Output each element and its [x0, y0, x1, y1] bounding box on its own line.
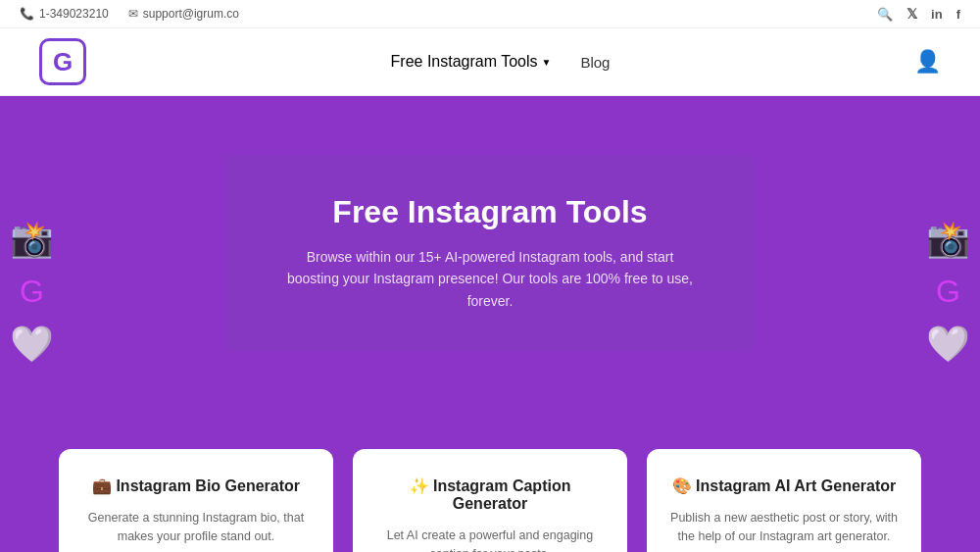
hero-description: Browse within our 15+ AI-powered Instagr…	[284, 246, 696, 312]
chevron-down-icon: ▼	[542, 57, 552, 68]
logo-box: G	[39, 38, 86, 85]
card-title: ✨ Instagram Caption Generator	[374, 477, 606, 513]
instagram-icon-2: G	[10, 274, 54, 310]
tool-card: 💼 Instagram Bio Generator Generate a stu…	[59, 449, 333, 552]
facebook-icon[interactable]: f	[956, 7, 960, 22]
top-bar-contact: 📞 1-349023210 ✉ support@igrum.co	[20, 7, 239, 21]
card-desc-2: Publish a new aesthetic post or story, w…	[668, 509, 900, 552]
card-title: 🎨 Instagram AI Art Generator	[672, 477, 897, 495]
hero-section: 📸 G 🤍 Free Instagram Tools Browse within…	[0, 96, 980, 429]
side-icons-right: 📸 G 🤍	[926, 219, 970, 365]
instagram-icon-right-2: G	[926, 274, 970, 310]
card-desc-1: Let AI create a powerful and engaging ca…	[374, 527, 606, 552]
card-title: 💼 Instagram Bio Generator	[92, 477, 300, 495]
mail-icon: ✉	[128, 7, 138, 21]
card-emoji-1: ✨	[410, 477, 429, 494]
cards-grid: 💼 Instagram Bio Generator Generate a stu…	[59, 449, 921, 552]
tools-nav-item[interactable]: Free Instagram Tools ▼	[391, 53, 552, 71]
search-icon[interactable]: 🔍	[877, 7, 893, 22]
hero-content: Free Instagram Tools Browse within our 1…	[225, 155, 755, 351]
linkedin-icon[interactable]: in	[931, 7, 943, 22]
nav-links: Free Instagram Tools ▼ Blog	[391, 53, 611, 71]
twitter-icon[interactable]: 𝕏	[906, 6, 917, 22]
phone-icon: 📞	[20, 7, 34, 21]
side-icons-left: 📸 G 🤍	[10, 219, 54, 365]
logo-letter: G	[53, 47, 73, 77]
email-address: support@igrum.co	[143, 7, 239, 21]
phone-number: 1-349023210	[39, 7, 109, 21]
hero-title: Free Instagram Tools	[284, 194, 696, 230]
blog-nav-item[interactable]: Blog	[580, 54, 610, 71]
instagram-icon-1: 📸	[10, 219, 54, 260]
tools-label: Free Instagram Tools	[391, 53, 538, 71]
instagram-icon-right-1: 📸	[926, 219, 970, 260]
top-bar-social: 🔍 𝕏 in f	[877, 6, 960, 22]
email-info: ✉ support@igrum.co	[128, 7, 239, 21]
main-nav: G Free Instagram Tools ▼ Blog 👤	[0, 28, 980, 96]
tool-card: ✨ Instagram Caption Generator Let AI cre…	[353, 449, 627, 552]
card-emoji-2: 🎨	[672, 477, 692, 494]
logo[interactable]: G	[39, 38, 86, 85]
user-icon[interactable]: 👤	[914, 49, 941, 75]
card-desc-0: Generate a stunning Instagram bio, that …	[80, 509, 312, 552]
phone-info: 📞 1-349023210	[20, 7, 109, 21]
tools-cards-section: 💼 Instagram Bio Generator Generate a stu…	[0, 429, 980, 552]
top-bar: 📞 1-349023210 ✉ support@igrum.co 🔍 𝕏 in …	[0, 0, 980, 28]
card-emoji-0: 💼	[92, 477, 112, 494]
heart-icon-right: 🤍	[926, 324, 970, 365]
tool-card: 🎨 Instagram AI Art Generator Publish a n…	[647, 449, 921, 552]
heart-icon: 🤍	[10, 324, 54, 365]
